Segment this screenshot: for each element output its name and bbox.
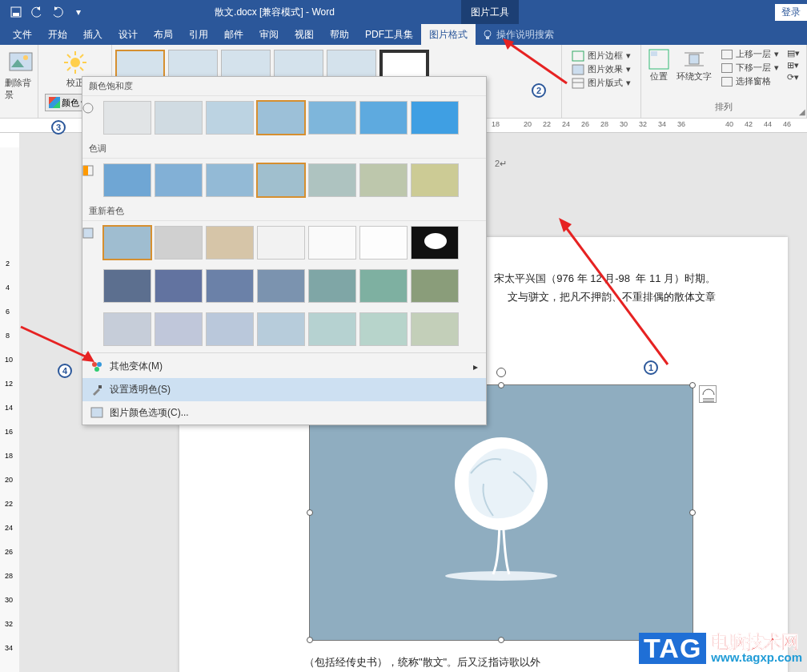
tab-help[interactable]: 帮助 bbox=[322, 24, 357, 45]
recolor-swatch[interactable] bbox=[103, 269, 151, 303]
picture-options-icon bbox=[90, 407, 103, 420]
recolor-swatch[interactable] bbox=[257, 269, 305, 303]
tone-swatch[interactable] bbox=[411, 163, 459, 197]
qat-customize[interactable]: ▾ bbox=[69, 2, 88, 22]
rotate-button[interactable]: ⟳▾ bbox=[787, 72, 800, 82]
picture-layout-button[interactable]: 图片版式 ▾ bbox=[572, 77, 631, 89]
tab-review[interactable]: 审阅 bbox=[251, 24, 287, 45]
tab-file[interactable]: 文件 bbox=[5, 24, 40, 45]
svg-line-14 bbox=[80, 54, 83, 58]
login-button[interactable]: 登录 bbox=[775, 4, 807, 21]
recolor-swatch[interactable] bbox=[206, 312, 254, 346]
recolor-swatch[interactable] bbox=[308, 312, 356, 346]
pane-icon bbox=[721, 77, 733, 87]
saturation-swatch[interactable] bbox=[155, 101, 203, 135]
picture-effects-button[interactable]: 图片效果 ▾ bbox=[572, 63, 631, 75]
remove-background-button[interactable]: 删除背景 bbox=[5, 46, 37, 101]
recolor-icon bbox=[82, 227, 94, 239]
saturation-swatch[interactable] bbox=[103, 101, 151, 135]
tone-swatch[interactable] bbox=[103, 163, 151, 197]
picture-border-button[interactable]: 图片边框 ▾ bbox=[572, 50, 631, 62]
undo-button[interactable] bbox=[27, 2, 46, 22]
arrange-group-label: 排列 bbox=[648, 101, 800, 115]
recolor-swatch[interactable] bbox=[411, 312, 459, 346]
send-backward-button[interactable]: 下移一层 ▾ bbox=[721, 62, 779, 74]
remove-bg-icon bbox=[8, 50, 34, 75]
save-button[interactable] bbox=[6, 2, 26, 22]
dialog-launcher-icon[interactable]: ◢ bbox=[799, 107, 805, 116]
wrap-text-button[interactable]: 环绕文字 bbox=[677, 48, 712, 87]
svg-rect-31 bbox=[83, 228, 93, 238]
recolor-swatch[interactable] bbox=[411, 269, 459, 303]
recolor-swatch[interactable] bbox=[257, 312, 305, 346]
svg-point-28 bbox=[83, 103, 93, 113]
tab-layout[interactable]: 布局 bbox=[146, 24, 181, 45]
recolor-swatch[interactable] bbox=[359, 269, 408, 303]
recolor-swatch[interactable] bbox=[206, 226, 254, 260]
tab-picture-format[interactable]: 图片格式 bbox=[421, 24, 476, 45]
tone-swatch[interactable] bbox=[308, 163, 356, 197]
recolor-swatch[interactable] bbox=[103, 226, 151, 260]
recolor-swatch[interactable] bbox=[206, 269, 254, 303]
recolor-swatch[interactable] bbox=[103, 312, 151, 346]
recolor-row1 bbox=[97, 221, 465, 264]
tone-swatch[interactable] bbox=[206, 163, 254, 197]
rotate-handle[interactable] bbox=[496, 368, 506, 377]
saturation-icon bbox=[82, 103, 94, 114]
group-arrange: 位置 环绕文字 上移一层 ▾ 下移一层 ▾ 选择窗格 ▤▾ ⊞▾ ⟳▾ 排列 bbox=[641, 45, 807, 118]
tab-mailings[interactable]: 邮件 bbox=[216, 24, 251, 45]
svg-line-12 bbox=[80, 67, 83, 70]
remove-bg-label: 删除背景 bbox=[5, 77, 37, 101]
layout-options-button[interactable] bbox=[699, 385, 717, 403]
tab-insert[interactable]: 插入 bbox=[75, 24, 110, 45]
resize-handle-sw[interactable] bbox=[307, 637, 313, 643]
tab-design[interactable]: 设计 bbox=[110, 24, 146, 45]
tone-swatch[interactable] bbox=[257, 163, 305, 197]
watermark-tag: TAG bbox=[639, 633, 706, 664]
pic-border-label: 图片边框 bbox=[588, 50, 623, 62]
group-button[interactable]: ⊞▾ bbox=[787, 60, 800, 70]
saturation-swatch[interactable] bbox=[411, 101, 459, 135]
color-label: 颜色 bbox=[62, 97, 79, 109]
bring-forward-button[interactable]: 上移一层 ▾ bbox=[721, 48, 779, 60]
tab-references[interactable]: 引用 bbox=[181, 24, 216, 45]
svg-rect-20 bbox=[651, 51, 657, 56]
recolor-swatch[interactable] bbox=[308, 226, 356, 260]
recolor-swatch[interactable] bbox=[155, 269, 203, 303]
picture-color-options-item[interactable]: 图片颜色选项(C)... bbox=[82, 401, 486, 425]
tab-view[interactable]: 视图 bbox=[287, 24, 322, 45]
tone-swatch[interactable] bbox=[155, 163, 203, 197]
tab-pdf-tools[interactable]: PDF工具集 bbox=[357, 24, 421, 45]
redo-button[interactable] bbox=[48, 2, 67, 22]
selection-pane-button[interactable]: 选择窗格 bbox=[721, 75, 779, 87]
recolor-swatch[interactable] bbox=[155, 226, 203, 260]
saturation-row bbox=[97, 96, 465, 139]
resize-handle-w[interactable] bbox=[307, 509, 313, 516]
set-transparent-color-item[interactable]: 设置透明色(S) bbox=[82, 378, 486, 401]
tone-icon bbox=[82, 165, 94, 176]
saturation-swatch[interactable] bbox=[257, 101, 305, 135]
tab-home[interactable]: 开始 bbox=[40, 24, 75, 45]
svg-rect-1 bbox=[13, 13, 19, 16]
resize-handle-n[interactable] bbox=[498, 382, 504, 388]
svg-line-13 bbox=[67, 67, 70, 70]
recolor-swatch[interactable] bbox=[359, 226, 408, 260]
saturation-swatch[interactable] bbox=[359, 101, 408, 135]
resize-handle-ne[interactable] bbox=[689, 382, 696, 388]
resize-handle-e[interactable] bbox=[689, 509, 696, 516]
recolor-swatch[interactable] bbox=[308, 269, 356, 303]
saturation-swatch[interactable] bbox=[308, 101, 356, 135]
recolor-swatch[interactable] bbox=[359, 312, 408, 346]
pic-layout-label: 图片版式 bbox=[588, 77, 623, 89]
saturation-swatch[interactable] bbox=[206, 101, 254, 135]
align-button[interactable]: ▤▾ bbox=[787, 48, 800, 58]
position-button[interactable]: 位置 bbox=[648, 48, 670, 87]
tone-swatch[interactable] bbox=[359, 163, 408, 197]
position-icon bbox=[648, 48, 670, 70]
resize-handle-s[interactable] bbox=[498, 637, 504, 643]
recolor-swatch[interactable] bbox=[411, 226, 459, 260]
vertical-ruler[interactable]: 2 4 6 8 10 12 14 16 18 20 22 24 26 28 30… bbox=[0, 147, 19, 672]
recolor-swatch[interactable] bbox=[257, 226, 305, 260]
recolor-swatch[interactable] bbox=[155, 312, 203, 346]
more-variations-item[interactable]: 其他变体(M) ▸ bbox=[82, 355, 486, 378]
